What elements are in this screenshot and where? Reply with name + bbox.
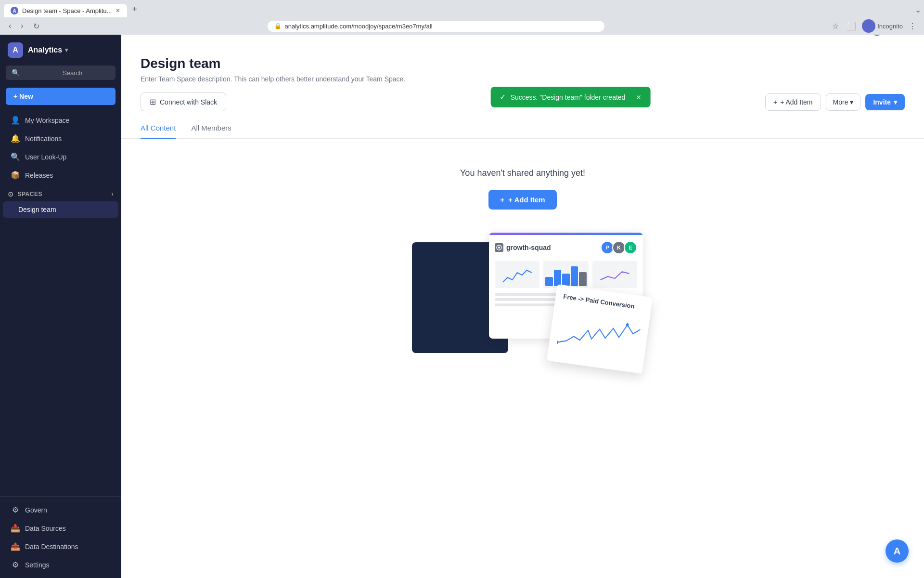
svg-point-1 <box>498 247 500 249</box>
sidebar-item-user-lookup[interactable]: 🔍 User Look-Up <box>3 148 118 166</box>
squad-name-label: growth-squad <box>506 244 551 251</box>
main-content: ✓ Success. "Design team" folder created … <box>121 35 924 578</box>
browser-chrome: Design team - Space - Amplitu... ✕ + ⌄ ‹… <box>0 0 924 35</box>
browser-actions: ☆ ⬜ Incognito ⋮ <box>830 19 918 33</box>
illus-squad-row: growth-squad P K E <box>495 241 637 254</box>
menu-button[interactable]: ⋮ <box>907 20 918 33</box>
incognito-button[interactable]: Incognito <box>862 19 903 33</box>
spaces-section-header[interactable]: ⊙ SPACES › <box>0 184 121 201</box>
spaces-icon: ⊙ <box>8 190 14 198</box>
add-item-label: + Add Item <box>780 98 812 106</box>
my-workspace-icon: 👤 <box>11 116 20 125</box>
back-button[interactable]: ‹ <box>6 20 14 32</box>
more-button[interactable]: More ▾ <box>826 93 861 111</box>
bookmark-button[interactable]: ☆ <box>830 20 841 33</box>
sidebar-item-govern[interactable]: ⚙ Govern <box>3 501 118 519</box>
content-area: You haven't shared anything yet! + + Add… <box>121 139 924 387</box>
invite-label: Invite <box>873 98 891 106</box>
tab-close-button[interactable]: ✕ <box>116 7 120 14</box>
user-avatar-nav <box>862 19 875 33</box>
new-tab-button[interactable]: + <box>127 1 142 17</box>
tab-all-members[interactable]: All Members <box>191 119 231 139</box>
success-check-icon: ✓ <box>500 92 506 102</box>
tab-all-content[interactable]: All Content <box>141 119 176 139</box>
address-bar[interactable]: 🔒 analytics.amplitude.com/moodjoy/space/… <box>268 21 604 32</box>
invite-chevron-icon: ▾ <box>894 98 897 106</box>
sidebar-item-label: My Workspace <box>25 117 69 124</box>
design-team-label: Design team <box>18 206 56 213</box>
sidebar-header: A Analytics ▾ <box>0 35 121 62</box>
data-sources-icon: 📥 <box>11 524 20 533</box>
sidebar-bottom: ⚙ Govern 📥 Data Sources 📤 Data Destinati… <box>0 496 121 578</box>
add-item-main-label: + Add Item <box>508 196 545 204</box>
invite-button[interactable]: Invite ▾ <box>865 94 905 110</box>
sidebar-title[interactable]: Analytics ▾ <box>28 46 68 54</box>
sidebar-item-notifications[interactable]: 🔔 Notifications <box>3 130 118 147</box>
govern-icon: ⚙ <box>11 505 20 514</box>
squad-avatar-e: E <box>624 241 637 254</box>
more-chevron-icon: ▾ <box>850 98 853 106</box>
spaces-label: SPACES <box>18 191 42 197</box>
sidebar-item-label: Data Sources <box>25 525 66 532</box>
tab-dropdown[interactable]: ⌄ <box>912 2 924 17</box>
search-icon: 🔍 <box>12 69 59 77</box>
more-label: More <box>833 98 848 106</box>
data-destinations-icon: 📤 <box>11 542 20 551</box>
slack-icon: ⊞ <box>150 97 156 106</box>
success-banner: ✓ Success. "Design team" folder created … <box>491 87 651 107</box>
mini-area-chart <box>592 261 637 288</box>
notifications-icon: 🔔 <box>11 134 20 143</box>
sidebar-item-label: Data Destinations <box>25 543 78 551</box>
sidebar-item-data-sources[interactable]: 📥 Data Sources <box>3 519 118 537</box>
avatar-letter: P <box>605 245 609 250</box>
sidebar-item-label: Govern <box>25 506 47 514</box>
new-button[interactable]: + New <box>6 88 116 105</box>
sidebar: A Analytics ▾ 🔍 Search + New 👤 My Worksp… <box>0 35 121 578</box>
search-box[interactable]: 🔍 Search <box>6 66 116 80</box>
reload-button[interactable]: ↻ <box>30 20 42 33</box>
incognito-label: Incognito <box>877 23 903 30</box>
tabs: All Content All Members <box>121 119 924 139</box>
add-item-icon: + <box>773 98 777 106</box>
success-message: Success. "Design team" folder created <box>511 93 626 101</box>
sidebar-logo: A <box>8 42 23 58</box>
svg-point-2 <box>556 341 559 344</box>
squad-name: growth-squad <box>495 243 551 252</box>
browser-tab[interactable]: Design team - Space - Amplitu... ✕ <box>4 4 127 17</box>
tab-label: All Members <box>191 124 231 132</box>
sidebar-item-data-destinations[interactable]: 📤 Data Destinations <box>3 538 118 555</box>
address-text: analytics.amplitude.com/moodjoy/space/m3… <box>284 23 432 30</box>
sidebar-item-settings[interactable]: ⚙ Settings <box>3 556 118 574</box>
browser-nav-bar: ‹ › ↻ 🔒 analytics.amplitude.com/moodjoy/… <box>0 17 924 35</box>
avatar-letter: E <box>629 245 632 250</box>
add-item-button[interactable]: + + Add Item <box>765 93 821 111</box>
success-close-button[interactable]: ✕ <box>636 93 642 101</box>
fab-letter: A <box>894 546 900 557</box>
illus-paper: Free -> Paid Conversion <box>547 284 653 374</box>
tab-title: Design team - Space - Amplitu... <box>22 7 112 14</box>
sidebar-item-label: Releases <box>25 171 53 179</box>
user-avatar[interactable]: SJ <box>868 35 886 36</box>
sidebar-item-design-team[interactable]: Design team <box>3 201 118 218</box>
lock-icon: 🔒 <box>274 23 282 29</box>
sidebar-item-my-workspace[interactable]: 👤 My Workspace <box>3 111 118 129</box>
settings-icon: ⚙ <box>11 560 20 569</box>
illus-charts <box>495 261 637 288</box>
connect-slack-button[interactable]: ⊞ Connect with Slack <box>141 92 226 111</box>
search-placeholder: Search <box>63 69 110 77</box>
squad-avatars: P K E <box>601 241 637 254</box>
page-title: Design team <box>141 56 905 71</box>
forward-button[interactable]: › <box>18 20 26 32</box>
tab-label: All Content <box>141 124 176 132</box>
avatar-letter: K <box>617 245 621 250</box>
title-chevron-icon: ▾ <box>65 47 68 53</box>
toolbar-left: ⊞ Connect with Slack <box>141 92 226 111</box>
cast-button[interactable]: ⬜ <box>845 20 858 33</box>
sidebar-item-label: User Look-Up <box>25 153 66 161</box>
spaces-chevron-icon: › <box>112 191 114 197</box>
sidebar-item-releases[interactable]: 📦 Releases <box>3 166 118 184</box>
app-name-label: Analytics <box>28 46 62 54</box>
mini-bar-chart <box>543 261 588 288</box>
amplitude-fab[interactable]: A <box>886 539 909 563</box>
add-item-main-button[interactable]: + + Add Item <box>488 190 556 210</box>
